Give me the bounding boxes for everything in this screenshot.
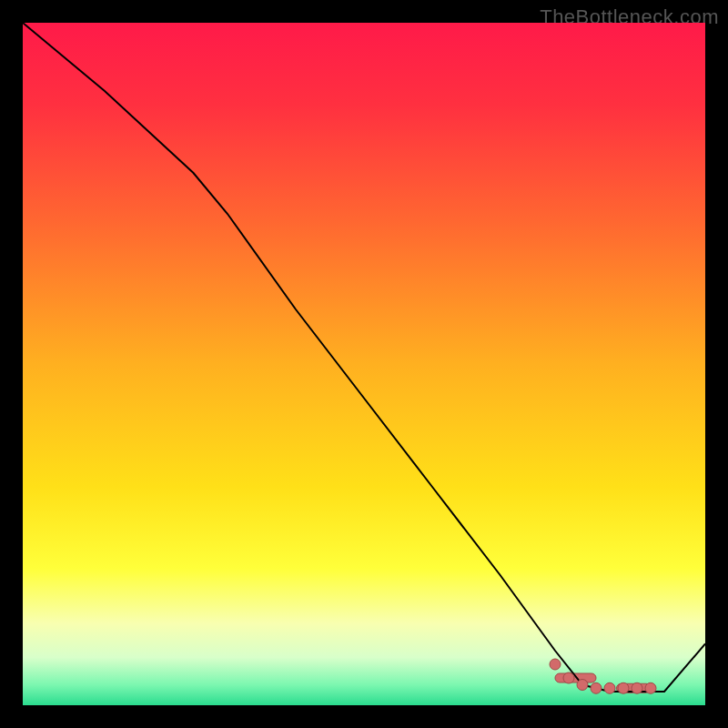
marker-dot — [550, 659, 561, 670]
marker-dot — [563, 672, 574, 683]
chart-frame: TheBottleneck.com — [0, 0, 728, 728]
marker-dot — [577, 680, 588, 691]
plot-area — [23, 23, 705, 705]
marker-bar — [555, 673, 596, 682]
chart-svg — [23, 23, 705, 705]
marker-dot — [645, 682, 656, 693]
marker-dot — [604, 682, 615, 693]
marker-dot — [591, 682, 602, 693]
marker-dot — [632, 682, 642, 693]
gradient-background — [23, 23, 705, 705]
marker-dot — [618, 682, 629, 693]
